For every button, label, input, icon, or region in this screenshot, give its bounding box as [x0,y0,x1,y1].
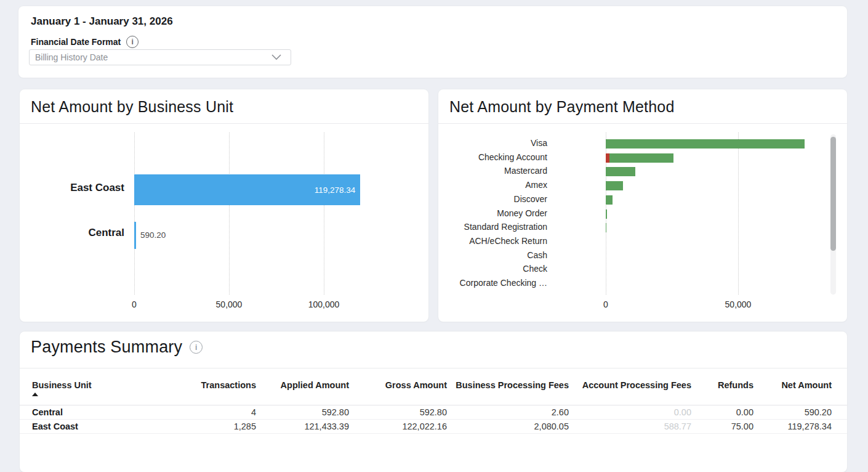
date-format-select[interactable]: Billing History Date [29,49,291,65]
chart-bar-discover[interactable] [606,195,613,205]
payment-method-label: ACH/eCheck Return [438,235,547,248]
sort-ascending-icon [32,393,38,396]
cell-business-processing-fees: 2,080.05 [447,420,569,434]
business-unit-label: East Coast [20,182,124,194]
payment-method-label: Amex [438,179,547,192]
payment-method-label: Discover [438,193,547,206]
gridline [134,132,135,295]
x-axis-tick: 0 [603,299,608,309]
bar-segment [606,181,623,190]
x-axis-tick: 50,000 [216,299,243,309]
chart-bar-visa[interactable] [606,139,805,149]
payment-method-label: Check [438,262,547,275]
gridline [324,132,324,295]
bar-segment [609,153,673,163]
cell-account-processing-fees: 0.00 [569,405,691,420]
cell-net-amount: 590.20 [753,405,847,420]
column-header-refunds[interactable]: Refunds [691,375,753,405]
business-unit-chart-plot: 050,000100,000East Coast119,278.34Centra… [20,123,428,322]
cell-applied-amount: 121,433.39 [256,420,349,434]
cell-applied-amount: 592.80 [256,405,349,420]
bar-segment [606,210,607,219]
cell-business-unit: East Coast [20,420,195,434]
chart-bar-amex[interactable] [606,181,623,190]
column-header-transactions[interactable]: Transactions [195,375,256,405]
report-header-card: January 1 - January 31, 2026 Financial D… [18,6,847,78]
info-icon[interactable]: i [190,341,203,354]
payment-method-label: Standard Registration [438,221,547,234]
cell-business-unit: Central [20,405,195,420]
x-axis-tick: 50,000 [725,299,752,309]
bar-value-label: 590.20 [140,230,166,240]
business-unit-label: Central [20,227,124,239]
column-header-business-unit[interactable]: Business Unit [20,375,195,405]
chevron-down-icon [271,54,282,61]
chart-bar-checking-account[interactable] [606,153,673,163]
payments-summary-title-row: Payments Summary i [31,338,203,357]
column-header-applied-amount[interactable]: Applied Amount [256,375,349,405]
chart-bar-east-coast[interactable]: 119,278.34 [134,174,360,205]
date-range-title: January 1 - January 31, 2026 [31,15,173,28]
bar-segment [606,167,635,176]
cell-refunds: 75.00 [691,420,753,434]
chart-title-business-unit: Net Amount by Business Unit [31,98,233,116]
cell-refunds: 0.00 [691,405,753,420]
cell-transactions: 1,285 [195,420,256,434]
payments-summary-title: Payments Summary [31,338,182,357]
date-format-selected-value: Billing History Date [30,52,271,62]
chart-bar-central[interactable] [134,222,136,249]
table-row: East Coast 1,285 121,433.39 122,022.16 2… [20,420,847,434]
column-header-net-amount[interactable]: Net Amount [753,375,847,405]
cell-net-amount: 119,278.34 [753,420,847,434]
table-row: Central 4 592.80 592.80 2.60 0.00 0.00 5… [20,405,847,420]
payment-method-label: Money Order [438,207,547,220]
payment-method-label: Corporate Checking … [438,277,547,290]
payment-method-label: Mastercard [438,165,547,177]
bar-segment [606,195,613,205]
chart-scrollbar-track[interactable] [830,134,836,295]
bar-segment [606,223,606,232]
column-header-business-processing-fees[interactable]: Business Processing Fees [447,375,569,405]
cell-transactions: 4 [195,405,256,420]
financial-date-format-label: Financial Date Format [31,37,121,47]
column-header-account-processing-fees[interactable]: Account Processing Fees [569,375,691,405]
payments-summary-table: Business Unit Transactions Applied Amoun… [20,375,847,434]
payment-method-label: Cash [438,249,547,262]
chart-scrollbar-thumb[interactable] [830,137,836,251]
info-icon[interactable]: i [126,36,139,48]
cell-business-processing-fees: 2.60 [447,405,569,420]
cell-gross-amount: 122,022.16 [349,420,447,434]
payments-summary-card: Payments Summary i Business Unit Transac… [20,332,847,472]
bar-segment [606,139,805,149]
financial-date-format-row: Financial Date Format i [31,36,139,48]
payment-method-label: Checking Account [438,151,547,164]
chart-bar-money-order[interactable] [606,210,607,219]
gridline [738,132,739,295]
cell-account-processing-fees: 588.77 [569,420,691,434]
x-axis-tick: 0 [132,299,137,309]
payment-method-label: Visa [438,137,547,150]
x-axis-tick: 100,000 [308,299,340,309]
column-header-gross-amount[interactable]: Gross Amount [349,375,447,405]
payment-method-chart-plot: 050,000VisaChecking AccountMastercardAme… [438,123,847,322]
divider [20,368,847,368]
chart-bar-standard-registration[interactable] [606,223,606,232]
net-amount-by-business-unit-card: Net Amount by Business Unit 050,000100,0… [20,89,428,322]
gridline [229,132,230,295]
table-header-row: Business Unit Transactions Applied Amoun… [20,375,847,405]
cell-gross-amount: 592.80 [349,405,447,420]
chart-bar-mastercard[interactable] [606,167,635,176]
chart-title-payment-method: Net Amount by Payment Method [449,98,675,116]
bar-value-label: 119,278.34 [315,185,356,195]
net-amount-by-payment-method-card: Net Amount by Payment Method 050,000Visa… [438,89,847,322]
